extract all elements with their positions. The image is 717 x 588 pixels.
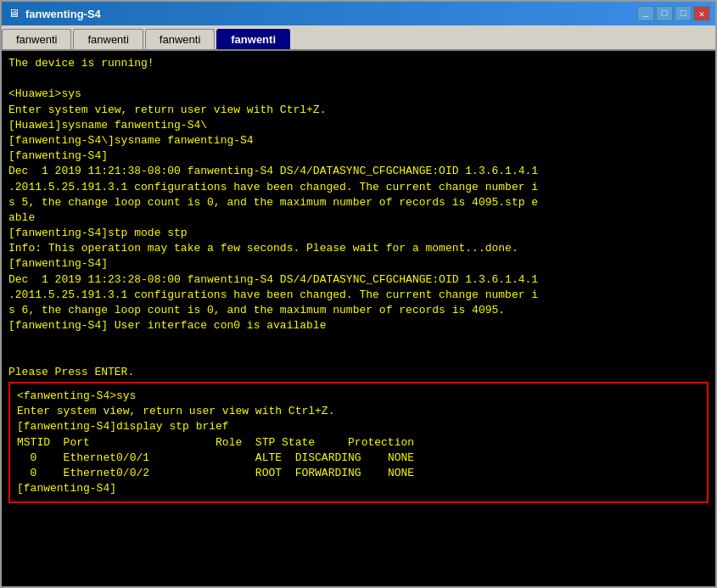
main-window: 🖥 fanwenting-S4 _ □ □ ✕ fanwenti fanwent… bbox=[0, 0, 717, 588]
terminal-area[interactable]: The device is running! <Huawei>sys Enter… bbox=[2, 51, 715, 586]
tab-bar: fanwenti fanwenti fanwenti fanwenti bbox=[2, 25, 715, 51]
minimize-button[interactable]: _ bbox=[637, 6, 654, 21]
tab-4[interactable]: fanwenti bbox=[216, 29, 290, 49]
tab-3[interactable]: fanwenti bbox=[145, 29, 215, 49]
window-title: fanwenting-S4 bbox=[25, 8, 101, 20]
close-button[interactable]: ✕ bbox=[693, 6, 710, 21]
tab-2[interactable]: fanwenti bbox=[73, 29, 143, 49]
highlighted-input-box: <fanwenting-S4>sys Enter system view, re… bbox=[8, 382, 709, 503]
title-buttons: _ □ □ ✕ bbox=[637, 6, 710, 21]
restore-button[interactable]: □ bbox=[656, 6, 673, 21]
terminal-main-text: The device is running! <Huawei>sys Enter… bbox=[8, 56, 709, 380]
title-bar-left: 🖥 fanwenting-S4 bbox=[7, 7, 101, 20]
highlighted-text: <fanwenting-S4>sys Enter system view, re… bbox=[17, 389, 700, 496]
title-bar: 🖥 fanwenting-S4 _ □ □ ✕ bbox=[2, 2, 715, 25]
tab-1[interactable]: fanwenti bbox=[2, 29, 71, 49]
app-icon: 🖥 bbox=[7, 7, 20, 20]
maximize-button[interactable]: □ bbox=[675, 6, 692, 21]
